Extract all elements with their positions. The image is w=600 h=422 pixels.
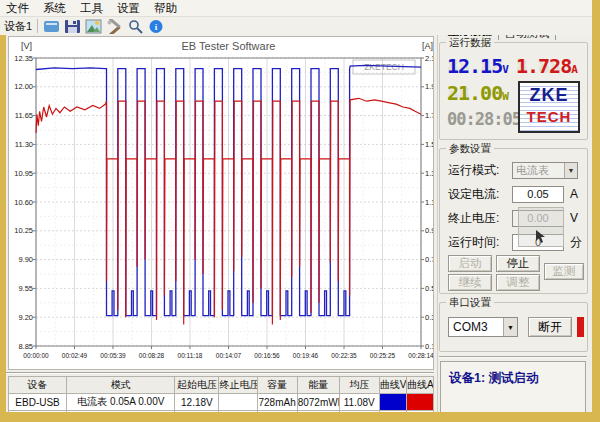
connection-indicator [577,317,584,337]
table-cell: EBD-USB [9,394,67,411]
chart-text: 00:14:07 [216,352,242,359]
mode-label: 运行模式: [448,162,512,179]
table-header-cell: 曲线A [406,377,433,394]
chart-text: 11.65 [15,111,33,120]
chart-text: 1.30 [425,169,433,178]
table-cell: 11.08V [339,394,379,411]
table-header-cell: 设备 [9,377,67,394]
chart-panel: EB Tester Software[V][A]12.352.1012.001.… [8,36,434,370]
table-cell [219,394,257,411]
chart-text: 2.10 [425,54,433,63]
divider [6,372,434,374]
chart-text: 11.30 [15,140,33,149]
tools-icon[interactable] [106,19,123,34]
menu-item-3[interactable]: 设置 [117,1,140,16]
set-current-input[interactable]: 0.05 [512,186,564,203]
chart-text: 10.95 [14,169,33,178]
table-header-cell: 模式 [67,377,175,394]
power-display: 88.88 21.00W [447,81,509,105]
chart-text: 1.10 [425,198,433,207]
chart-text: 0.30 [425,313,433,322]
monitor-button[interactable]: 监测 [544,263,584,280]
info-icon[interactable]: i [148,19,165,34]
run-data-group: 运行数据 88.88 12.15V 8.888 1.728A 88.88 21.… [439,42,588,140]
table-cell: 728mAh [257,394,297,411]
run-time-label: 运行时间: [448,234,512,251]
adjust-button[interactable]: 调整 [496,274,540,291]
right-panel: 单次测试 自动测试 运行数据 88.88 12.15V 8.888 1.728A… [437,24,590,418]
menu-bar: 文件系统工具设置帮助 [0,0,592,17]
chart-text: 00:05:39 [100,352,126,359]
image-icon[interactable] [85,19,102,34]
chart-text: 8.85 [18,342,33,351]
stop-button[interactable]: 停止 [496,255,540,272]
table-header-cell: 均压 [339,377,379,394]
voltage-display: 88.88 12.15V [447,54,509,78]
chat-icon[interactable] [43,19,60,34]
toolbar: 设备1 i [0,17,592,35]
chart-text: 0.70 [425,255,433,264]
divider [439,356,587,358]
menu-item-2[interactable]: 工具 [80,1,103,16]
start-button[interactable]: 启动 [448,255,492,272]
serial-title: 串口设置 [446,296,494,310]
chart-text: 0.50 [425,284,433,293]
desktop-edge-left [0,35,6,422]
com-port-select[interactable]: COM3 ▼ [448,317,518,337]
chart-text: 1.90 [425,82,433,91]
chart-text: 00:08:28 [139,352,165,359]
chart-text: 9.90 [18,255,33,264]
zketech-logo: ZKE TECH [518,81,580,133]
chart-text: 10.25 [14,226,33,235]
disconnect-button[interactable]: 断开 [528,317,572,337]
chart-text: EB Tester Software [182,40,276,52]
menu-item-0[interactable]: 文件 [6,1,29,16]
time-display: 88:88:88 00:28:05 [447,109,521,129]
chart-text: 00:22:35 [331,352,357,359]
chart-text: 12.35 [14,54,33,63]
chart-text: 00:02:49 [62,352,88,359]
menu-item-1[interactable]: 系统 [43,1,66,16]
app-client-area: EB Tester Software[V][A]12.352.1012.001.… [6,35,592,412]
set-current-label: 设定电流: [448,186,512,203]
save-icon[interactable] [64,19,81,34]
status-text: 设备1: 测试启动 [449,371,539,385]
chart-text: 1.50 [425,140,433,149]
table-cell: 电流表 0.05A 0.00V [67,394,175,411]
curve-a-swatch[interactable] [406,394,433,411]
desktop-edge-bottom [0,412,600,422]
table-header-cell: 终止电压 [219,377,257,394]
chart-text: 0.10 [425,342,433,351]
chart-text: 00:25:25 [370,352,396,359]
device-selector[interactable]: 设备1 [4,19,32,34]
table-cell: 8072mWh [297,394,339,411]
chart-text: [V] [21,41,32,51]
chart-text: 00:16:56 [254,352,280,359]
chevron-down-icon: ▼ [503,318,517,336]
table-header-cell: 容量 [257,377,297,394]
chart-text: 0.90 [425,226,433,235]
table-header-cell: 能量 [297,377,339,394]
chevron-down-icon: ▼ [564,163,577,178]
chart-text: 1.70 [425,111,433,120]
chart-text: 9.20 [18,313,33,322]
table-cell: 12.18V [175,394,219,411]
resume-button[interactable]: 继续 [448,274,492,291]
chart-text: 00:19:46 [293,352,319,359]
menu-item-4[interactable]: 帮助 [154,1,177,16]
chart-text: 10.60 [14,198,33,207]
run-data-title: 运行数据 [446,36,494,50]
table-header-cell: 曲线V [379,377,406,394]
cutoff-voltage-unit: V [570,211,578,225]
chart-text: 00:11:18 [178,352,203,359]
params-group: 参数设置 运行模式: 电流表 ▼ 设定电流: 0.05 A 终止电压: 0.00… [439,148,588,294]
mode-select[interactable]: 电流表 ▼ [512,162,578,179]
chart-text: [A] [422,41,433,51]
chart-text: 9.55 [18,284,33,293]
params-title: 参数设置 [446,142,494,156]
curve-v-swatch[interactable] [379,394,406,411]
table-header-cell: 起始电压 [175,377,219,394]
toolbar-separator [37,19,38,33]
chart-text: 00:28:14 [408,352,433,359]
magnifier-icon[interactable] [127,19,144,34]
